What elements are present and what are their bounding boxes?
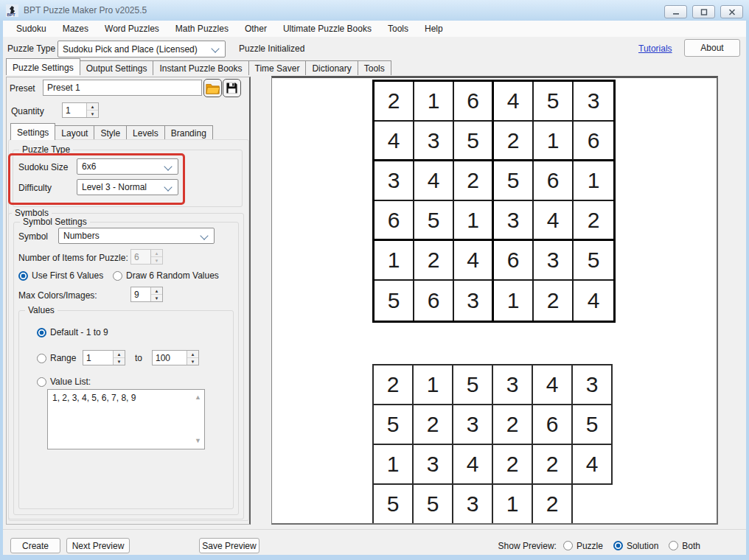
max-colors-spin-buttons: ▲▼ bbox=[150, 287, 162, 301]
menu-item-ultimate-puzzle-books[interactable]: Ultimate Puzzle Books bbox=[275, 21, 380, 36]
use-first-values-radio[interactable] bbox=[18, 271, 28, 281]
symbol-combobox[interactable]: Numbers bbox=[58, 228, 215, 244]
puzzle-grid-row: 523265 bbox=[372, 404, 613, 445]
sudoku-cell: 3 bbox=[374, 161, 414, 201]
show-preview-group: Show Preview: PuzzleSolutionBoth bbox=[498, 538, 700, 553]
show-preview-radio-puzzle[interactable] bbox=[563, 541, 573, 550]
sudoku-cell: 2 bbox=[374, 82, 414, 122]
menu-item-help[interactable]: Help bbox=[417, 21, 451, 36]
puzzle-grid-row: 134224 bbox=[372, 444, 613, 485]
draw-random-values-radio[interactable] bbox=[113, 271, 122, 281]
quantity-stepper[interactable]: 1 ▲▼ bbox=[62, 102, 99, 118]
show-preview-option-both[interactable]: Both bbox=[669, 541, 700, 551]
open-preset-button[interactable] bbox=[203, 79, 222, 97]
maximize-button[interactable] bbox=[692, 5, 715, 18]
save-preview-button[interactable]: Save Preview bbox=[199, 538, 259, 553]
scroll-down-icon[interactable]: ▼ bbox=[195, 438, 201, 444]
create-button[interactable]: Create bbox=[10, 538, 60, 553]
sudoku-cell: 5 bbox=[534, 82, 574, 122]
status-text: Puzzle Initialized bbox=[239, 43, 304, 54]
sudoku-cell: 3 bbox=[412, 444, 453, 485]
tab-dictionary[interactable]: Dictionary bbox=[305, 60, 358, 75]
menu-item-sudoku[interactable]: Sudoku bbox=[8, 21, 55, 36]
show-preview-radio-both[interactable] bbox=[669, 541, 678, 550]
preset-input[interactable]: Preset 1 bbox=[43, 80, 202, 96]
sudoku-cell: 2 bbox=[492, 444, 533, 485]
settings-tab-settings[interactable]: Settings bbox=[10, 123, 55, 140]
default-values-radio[interactable] bbox=[37, 328, 46, 337]
sudoku-cell: 2 bbox=[532, 483, 573, 525]
range-option[interactable]: Range bbox=[37, 353, 76, 363]
tab-time-saver[interactable]: Time Saver bbox=[248, 60, 307, 75]
range-to-stepper[interactable]: 100 ▲▼ bbox=[152, 350, 199, 365]
values-group-title: Values bbox=[25, 305, 58, 315]
tab-tools[interactable]: Tools bbox=[358, 60, 391, 75]
default-values-option[interactable]: Default - 1 to 9 bbox=[37, 327, 108, 337]
settings-tab-style[interactable]: Style bbox=[94, 125, 127, 140]
sudoku-cell: 4 bbox=[534, 201, 574, 241]
range-from-spin-buttons: ▲▼ bbox=[113, 351, 125, 365]
symbol-value: Numbers bbox=[63, 231, 100, 241]
show-preview-option-solution[interactable]: Solution bbox=[613, 541, 658, 551]
range-from-stepper[interactable]: 1 ▲▼ bbox=[83, 350, 125, 365]
tab-puzzle-settings[interactable]: Puzzle Settings bbox=[6, 58, 80, 75]
settings-tab-layout[interactable]: Layout bbox=[55, 125, 94, 140]
maximize-icon bbox=[700, 9, 708, 15]
tab-output-settings[interactable]: Output Settings bbox=[80, 60, 154, 75]
spin-down-icon[interactable]: ▼ bbox=[151, 295, 162, 301]
range-radio[interactable] bbox=[37, 354, 46, 363]
about-button[interactable]: About bbox=[684, 39, 740, 57]
main-tab-strip: Puzzle SettingsOutput SettingsInstant Pu… bbox=[6, 60, 391, 75]
value-list-option[interactable]: Value List: bbox=[37, 377, 91, 387]
menu-item-tools[interactable]: Tools bbox=[380, 21, 417, 36]
close-button[interactable] bbox=[720, 5, 743, 18]
tutorials-link[interactable]: Tutorials bbox=[638, 43, 672, 54]
sudoku-cell: 2 bbox=[414, 241, 454, 281]
max-colors-stepper[interactable]: 9 ▲▼ bbox=[130, 287, 163, 302]
use-first-values-option[interactable]: Use First 6 Values bbox=[18, 270, 103, 281]
spin-up-icon[interactable]: ▲ bbox=[187, 351, 198, 358]
sudoku-cell: 4 bbox=[452, 444, 493, 485]
show-preview-radio-solution[interactable] bbox=[613, 541, 623, 550]
value-list-input[interactable]: 1, 2, 3, 4, 5, 6, 7, 8, 9 ▲ ▼ bbox=[47, 389, 205, 449]
next-preview-button[interactable]: Next Preview bbox=[66, 538, 130, 553]
spin-down-icon[interactable]: ▼ bbox=[114, 358, 125, 365]
sudoku-cell: 1 bbox=[454, 201, 494, 241]
sudoku-cell: 5 bbox=[574, 241, 613, 281]
settings-panel: Preset Preset 1 Quantity 1 bbox=[6, 77, 251, 525]
value-list-radio[interactable] bbox=[37, 377, 46, 387]
range-to-word: to bbox=[135, 353, 142, 363]
tab-instant-puzzle-books[interactable]: Instant Puzzle Books bbox=[153, 60, 248, 75]
spin-up-icon[interactable]: ▲ bbox=[114, 351, 125, 358]
spin-down-icon[interactable]: ▼ bbox=[187, 358, 198, 365]
bottom-separator bbox=[3, 529, 746, 530]
save-preset-button[interactable] bbox=[223, 79, 241, 97]
menu-item-word-puzzles[interactable]: Word Puzzles bbox=[97, 21, 167, 36]
sudoku-cell: 2 bbox=[492, 404, 533, 445]
settings-tab-branding[interactable]: Branding bbox=[164, 125, 213, 140]
create-button-label: Create bbox=[22, 541, 49, 551]
scroll-up-icon[interactable]: ▲ bbox=[195, 394, 201, 401]
sudoku-cell: 6 bbox=[454, 82, 494, 122]
sudoku-size-value: 6x6 bbox=[82, 161, 96, 172]
sudoku-cell: 5 bbox=[374, 281, 414, 321]
sudoku-size-combobox[interactable]: 6x6 bbox=[77, 158, 178, 175]
sudoku-cell: 6 bbox=[374, 201, 414, 241]
menu-item-other[interactable]: Other bbox=[237, 21, 275, 36]
difficulty-label: Difficulty bbox=[18, 183, 52, 193]
spin-up-icon[interactable]: ▲ bbox=[87, 103, 98, 111]
sudoku-size-label: Sudoku Size bbox=[18, 162, 68, 172]
show-preview-option-puzzle[interactable]: Puzzle bbox=[563, 541, 603, 551]
menu-item-mazes[interactable]: Mazes bbox=[55, 21, 97, 36]
settings-tab-levels[interactable]: Levels bbox=[126, 125, 165, 140]
spin-up-icon[interactable]: ▲ bbox=[151, 287, 162, 295]
puzzle-type-combobox[interactable]: Sudoku Pick and Place (Licensed) bbox=[58, 41, 226, 57]
minimize-button[interactable] bbox=[664, 5, 687, 18]
draw-random-values-option[interactable]: Draw 6 Random Values bbox=[113, 270, 219, 281]
sudoku-cell: 4 bbox=[374, 122, 414, 161]
spin-down-icon[interactable]: ▼ bbox=[87, 111, 98, 117]
value-list-text: 1, 2, 3, 4, 5, 6, 7, 8, 9 bbox=[52, 393, 136, 403]
menu-item-math-puzzles[interactable]: Math Puzzles bbox=[167, 21, 237, 36]
spin-up-icon: ▲ bbox=[151, 250, 162, 257]
difficulty-combobox[interactable]: Level 3 - Normal bbox=[77, 179, 178, 195]
